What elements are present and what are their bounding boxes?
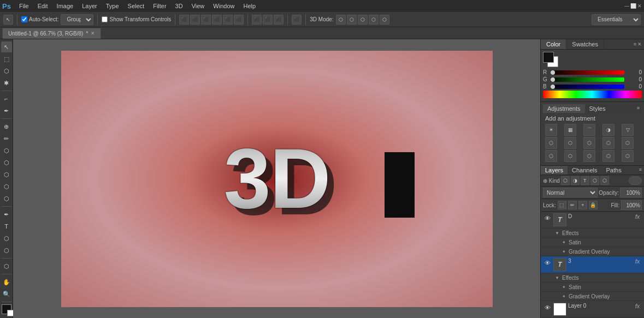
- tool-3d[interactable]: ⬡: [1, 261, 12, 272]
- adj-bw-icon[interactable]: ⬡: [583, 137, 595, 149]
- blend-mode-select[interactable]: Normal Multiply Screen Overlay: [543, 188, 598, 197]
- tab-channels[interactable]: Channels: [568, 166, 601, 175]
- menu-help[interactable]: Help: [239, 2, 259, 10]
- tool-quick-select[interactable]: ✱: [1, 77, 12, 88]
- tool-clone[interactable]: ⬡: [1, 145, 12, 156]
- filter-pixel-icon[interactable]: ⬡: [561, 176, 570, 185]
- color-panel-close-icon[interactable]: ✕: [637, 41, 642, 47]
- menu-3d[interactable]: 3D: [172, 2, 187, 10]
- blue-slider[interactable]: [551, 85, 624, 89]
- sub-layer-d-satin[interactable]: ✦ Satin: [541, 238, 644, 247]
- adj-hsl-icon[interactable]: ⬡: [545, 137, 557, 149]
- adj-vibrance-icon[interactable]: ▽: [622, 124, 634, 136]
- tool-history[interactable]: ⬡: [1, 157, 12, 168]
- layer-d-eye[interactable]: 👁: [543, 214, 551, 222]
- color-panel-menu-icon[interactable]: ≡: [634, 41, 636, 47]
- menu-file[interactable]: File: [15, 2, 33, 10]
- dist-3-icon[interactable]: ⬛: [274, 15, 283, 25]
- align-middle-icon[interactable]: ⬛: [223, 15, 233, 25]
- adj-panel-icon[interactable]: ≡: [635, 104, 642, 113]
- lock-position-icon[interactable]: ✏: [568, 201, 577, 209]
- foreground-color[interactable]: [2, 304, 11, 314]
- opacity-input[interactable]: [620, 188, 642, 197]
- tool-heal[interactable]: ⊕: [1, 121, 12, 132]
- adj-exposure-icon[interactable]: ◑: [602, 124, 615, 136]
- lock-move-icon[interactable]: +: [578, 201, 587, 209]
- filter-toggle[interactable]: [629, 176, 642, 185]
- lock-all-icon[interactable]: 🔒: [589, 201, 598, 209]
- menu-image[interactable]: Image: [53, 2, 78, 10]
- layer-item-d[interactable]: 👁 T D fx: [541, 212, 644, 229]
- filter-shape-icon[interactable]: ⬡: [590, 176, 599, 185]
- sub-layer-d-effects[interactable]: ▼ Effects: [541, 229, 644, 238]
- align-bottom-icon[interactable]: ⬛: [234, 15, 244, 25]
- tab-close-icon[interactable]: ✕: [91, 31, 95, 36]
- tool-brush[interactable]: ✏: [1, 133, 12, 144]
- adj-threshold-icon[interactable]: ⬡: [602, 150, 615, 162]
- tool-hand[interactable]: ✋: [1, 277, 12, 287]
- menu-window[interactable]: Window: [209, 2, 238, 10]
- green-slider[interactable]: [551, 77, 624, 82]
- auto-select-checkbox[interactable]: [21, 16, 27, 22]
- adj-invert-icon[interactable]: ⬡: [564, 150, 576, 162]
- adj-curves-icon[interactable]: ⌒: [583, 124, 595, 136]
- adj-gradient-icon[interactable]: ⬡: [622, 150, 634, 162]
- 3d-scale-icon[interactable]: ⬡: [369, 15, 379, 25]
- adj-levels-icon[interactable]: ▦: [564, 124, 576, 136]
- move-tool-icon[interactable]: ↖: [3, 15, 13, 25]
- tool-lasso[interactable]: ⬡: [1, 65, 12, 76]
- dist-h-icon[interactable]: ⬛: [252, 15, 262, 25]
- tool-eyedrop[interactable]: ✒: [1, 105, 12, 116]
- tool-shape[interactable]: ⬡: [1, 245, 12, 256]
- canvas-tab[interactable]: Untitled-1 @ 66.7% (3, RGB/8) * ✕: [2, 28, 101, 39]
- layer-0-eye[interactable]: 👁: [543, 304, 551, 311]
- adj-channel-icon[interactable]: ⬡: [622, 137, 634, 149]
- sub-layer-d-gradient[interactable]: ✦ Gradient Overlay: [541, 247, 644, 256]
- tool-marquee[interactable]: ⬚: [1, 53, 12, 64]
- dist-v-icon[interactable]: ⬛: [263, 15, 273, 25]
- tool-path[interactable]: ⬡: [1, 233, 12, 244]
- menu-view[interactable]: View: [188, 2, 209, 10]
- fill-input[interactable]: [621, 200, 642, 210]
- tab-paths[interactable]: Paths: [602, 166, 626, 175]
- foreground-swatch[interactable]: [543, 52, 554, 63]
- menu-layer[interactable]: Layer: [78, 2, 101, 10]
- tab-color[interactable]: Color: [541, 39, 566, 49]
- tool-type[interactable]: T: [1, 221, 12, 232]
- adj-colorbal-icon[interactable]: ⬡: [564, 137, 576, 149]
- adj-colorlook-icon[interactable]: ⬡: [545, 150, 557, 162]
- filter-smart-icon[interactable]: ⬡: [600, 176, 609, 185]
- tool-gradient[interactable]: ⬡: [1, 181, 12, 192]
- color-spectrum-bar[interactable]: [543, 91, 642, 98]
- 3d-pan-icon[interactable]: ⬡: [347, 15, 357, 25]
- 3d-rotate-icon[interactable]: ⬡: [336, 15, 346, 25]
- tool-dodge[interactable]: ⬡: [1, 193, 12, 204]
- tool-zoom[interactable]: 🔍: [1, 289, 12, 299]
- tab-adjustments[interactable]: Adjustments: [543, 104, 585, 113]
- layers-panel-menu-icon[interactable]: ≡: [637, 166, 644, 175]
- sub-layer-3-satin[interactable]: ✦ Satin: [541, 283, 644, 292]
- adj-posterize-icon[interactable]: ⬡: [583, 150, 595, 162]
- layer-item-3[interactable]: 👁 T 3 fx: [541, 256, 644, 273]
- show-transform-checkbox[interactable]: [102, 16, 108, 22]
- menu-select[interactable]: Select: [124, 2, 149, 10]
- 3d-slide-icon[interactable]: ⬡: [358, 15, 368, 25]
- adj-brightness-icon[interactable]: ☀: [545, 124, 557, 136]
- menu-type[interactable]: Type: [102, 2, 123, 10]
- align-top-icon[interactable]: ⬛: [212, 15, 222, 25]
- tool-crop[interactable]: ⌐: [1, 93, 12, 104]
- workspace-select[interactable]: Essentials: [592, 14, 641, 25]
- menu-edit[interactable]: Edit: [34, 2, 52, 10]
- filter-adjust-icon[interactable]: ◑: [571, 176, 580, 185]
- layer-item-0[interactable]: 👁 Layer 0 fx: [541, 301, 644, 318]
- sub-layer-3-effects[interactable]: ▼ Effects: [541, 273, 644, 283]
- align-left-icon[interactable]: ⬛: [179, 15, 189, 25]
- layer-3-eye[interactable]: 👁: [543, 259, 551, 267]
- tab-layers[interactable]: Layers: [541, 166, 568, 175]
- tool-move[interactable]: ↖: [1, 41, 12, 52]
- sub-layer-3-gradient[interactable]: ✦ Gradient Overlay: [541, 292, 644, 301]
- align-center-icon[interactable]: ⬛: [190, 15, 200, 25]
- tab-swatches[interactable]: Swatches: [566, 39, 604, 49]
- menu-filter[interactable]: Filter: [149, 2, 170, 10]
- lock-pixels-icon[interactable]: ⬚: [558, 201, 566, 209]
